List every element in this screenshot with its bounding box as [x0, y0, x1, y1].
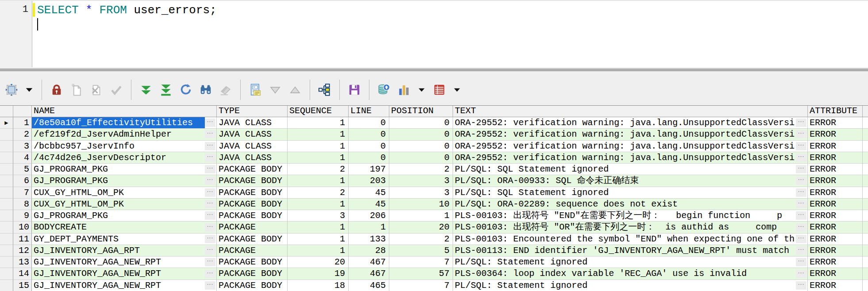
cell-text[interactable]: PL/SQL: Statement ignored··· — [453, 257, 808, 268]
row-number[interactable]: 9 — [13, 210, 32, 222]
table-row[interactable]: 12GJ_INVENTORY_AGA_RPT···PACKAGE1285PLS-… — [0, 245, 868, 257]
cell-type[interactable]: PACKAGE BODY — [217, 199, 288, 210]
cell-sequence[interactable]: 2 — [288, 187, 349, 199]
cell-text-value[interactable]: ORA-29552: verification warning: java.la… — [453, 141, 796, 152]
row-number[interactable]: 5 — [13, 164, 32, 175]
ellipsis-button[interactable]: ··· — [205, 153, 215, 162]
cell-line[interactable]: 206 — [349, 210, 389, 222]
cell-name[interactable]: GJ_PROGRAM_PKG··· — [32, 175, 217, 187]
table-row[interactable]: 6GJ_PROGRAM_PKG···PACKAGE BODY12033PL/SQ… — [0, 175, 868, 187]
chart-icon[interactable] — [397, 83, 411, 97]
ellipsis-button[interactable]: ··· — [796, 176, 807, 185]
cell-text[interactable]: ORA-29552: verification warning: java.la… — [453, 152, 808, 164]
row-number[interactable]: 14 — [13, 268, 32, 280]
cell-name[interactable]: GJ_INVENTORY_AGA_NEW_RPT··· — [32, 280, 217, 291]
cell-sequence[interactable]: 1 — [288, 141, 349, 152]
table-row[interactable]: 15GJ_INVENTORY_AGA_NEW_RPT···PACKAGE BOD… — [0, 280, 868, 291]
cell-type[interactable]: JAVA CLASS — [217, 152, 288, 164]
cell-position[interactable]: 0 — [389, 129, 453, 140]
column-header-name[interactable]: NAME — [32, 106, 217, 117]
cell-name[interactable]: /8e50a10f_EffectivityUtilities··· — [32, 117, 217, 129]
cell-name[interactable]: GY_DEPT_PAYMENTS··· — [32, 234, 217, 245]
ellipsis-button[interactable]: ··· — [205, 223, 215, 232]
cell-line[interactable]: 133 — [349, 234, 389, 245]
cell-type[interactable]: PACKAGE — [217, 222, 288, 233]
cell-sequence[interactable]: 1 — [288, 117, 349, 129]
cell-attribute[interactable]: ERROR — [808, 234, 863, 245]
cell-name-value[interactable]: CUX_GY_HTML_OM_PK — [32, 187, 205, 198]
cell-attribute[interactable]: ERROR — [808, 164, 863, 175]
cell-line[interactable]: 197 — [349, 164, 389, 175]
cell-sequence[interactable]: 18 — [288, 280, 349, 291]
cell-name-value[interactable]: GJ_INVENTORY_AGA_NEW_RPT — [32, 280, 205, 291]
ellipsis-button[interactable]: ··· — [205, 246, 215, 255]
cell-type[interactable]: PACKAGE BODY — [217, 210, 288, 222]
table-row[interactable]: 5GJ_PROGRAM_PKG···PACKAGE BODY21972PL/SQ… — [0, 164, 868, 175]
row-number[interactable]: 6 — [13, 175, 32, 187]
cell-name-value[interactable]: GJ_PROGRAM_PKG — [32, 210, 205, 221]
ellipsis-button[interactable]: ··· — [796, 223, 807, 232]
cell-line[interactable]: 28 — [349, 245, 389, 257]
cell-type[interactable]: PACKAGE BODY — [217, 268, 288, 280]
cell-line[interactable]: 0 — [349, 117, 389, 129]
column-header-sequence[interactable]: SEQUENCE — [288, 106, 349, 117]
ellipsis-button[interactable]: ··· — [796, 270, 807, 278]
fetch-next-page-icon[interactable] — [139, 83, 153, 97]
cell-attribute[interactable]: ERROR — [808, 222, 863, 233]
cell-text-value[interactable]: ORA-29552: verification warning: java.la… — [453, 129, 796, 140]
cell-sequence[interactable]: 1 — [288, 129, 349, 140]
cell-type[interactable]: PACKAGE BODY — [217, 280, 288, 291]
cell-name[interactable]: /bcbbc957_JservInfo··· — [32, 141, 217, 152]
cell-name-value[interactable]: CUX_GY_HTML_OM_PK — [32, 199, 205, 210]
cell-position[interactable]: 0 — [389, 141, 453, 152]
ellipsis-button[interactable]: ··· — [796, 165, 807, 173]
ellipsis-button[interactable]: ··· — [205, 235, 215, 243]
cell-type[interactable]: PACKAGE — [217, 245, 288, 257]
cell-sequence[interactable]: 2 — [288, 164, 349, 175]
table-row[interactable]: 8CUX_GY_HTML_OM_PK···PACKAGE BODY14510PL… — [0, 199, 868, 210]
cell-text-value[interactable]: PLS-00113: END identifier 'GJ_INVENTORY_… — [453, 245, 796, 256]
row-number[interactable]: 11 — [13, 234, 32, 245]
table-row[interactable]: 2/ef219f2d_JservAdminHelper···JAVA CLASS… — [0, 129, 868, 140]
cell-position[interactable]: 7 — [389, 280, 453, 291]
report-dropdown-caret[interactable] — [452, 83, 462, 97]
cell-type[interactable]: PACKAGE BODY — [217, 187, 288, 199]
cell-sequence[interactable]: 1 — [288, 152, 349, 164]
cell-name-value[interactable]: /ef219f2d_JservAdminHelper — [32, 129, 205, 140]
ellipsis-button[interactable]: ··· — [205, 119, 215, 127]
cell-type[interactable]: PACKAGE BODY — [217, 257, 288, 268]
row-number[interactable]: 4 — [13, 152, 32, 164]
cell-position[interactable]: 0 — [389, 152, 453, 164]
ellipsis-button[interactable]: ··· — [205, 130, 215, 138]
save-grid-icon[interactable] — [347, 83, 361, 97]
ellipsis-button[interactable]: ··· — [796, 153, 807, 162]
cell-position[interactable]: 0 — [389, 117, 453, 129]
cell-name[interactable]: GJ_PROGRAM_PKG··· — [32, 164, 217, 175]
cell-attribute[interactable]: ERROR — [808, 187, 863, 199]
ellipsis-button[interactable]: ··· — [796, 235, 807, 243]
column-header-position[interactable]: POSITION — [389, 106, 453, 117]
cell-text-value[interactable]: PL/SQL: SQL Statement ignored — [453, 164, 796, 175]
cell-text[interactable]: PLS-00103: Encountered the symbol "END" … — [453, 234, 808, 245]
table-row[interactable]: 7CUX_GY_HTML_OM_PK···PACKAGE BODY2453PL/… — [0, 187, 868, 199]
cell-sequence[interactable]: 3 — [288, 210, 349, 222]
table-row[interactable]: 11GY_DEPT_PAYMENTS···PACKAGE BODY11332PL… — [0, 234, 868, 245]
cell-position[interactable]: 3 — [389, 175, 453, 187]
ellipsis-button[interactable]: ··· — [205, 188, 215, 197]
cell-text-value[interactable]: PL/SQL: ORA-02289: sequence does not exi… — [453, 199, 796, 210]
cell-text[interactable]: ORA-29552: verification warning: java.la… — [453, 141, 808, 152]
cell-position[interactable]: 2 — [389, 164, 453, 175]
ellipsis-button[interactable]: ··· — [796, 258, 807, 266]
master-detail-icon[interactable] — [318, 83, 332, 97]
cell-text[interactable]: PL/SQL: ORA-00933: SQL 命令未正确结束··· — [453, 175, 808, 187]
lock-icon[interactable] — [50, 83, 64, 97]
sql-editor[interactable]: 1 SELECT * FROM user_errors; — [0, 0, 868, 68]
cell-text[interactable]: ORA-29552: verification warning: java.la… — [453, 117, 808, 129]
ellipsis-button[interactable]: ··· — [796, 281, 807, 290]
cell-line[interactable]: 465 — [349, 280, 389, 291]
cell-attribute[interactable]: ERROR — [808, 175, 863, 187]
cell-position[interactable]: 7 — [389, 257, 453, 268]
cell-name[interactable]: CUX_GY_HTML_OM_PK··· — [32, 199, 217, 210]
ellipsis-button[interactable]: ··· — [796, 211, 807, 220]
cell-type[interactable]: PACKAGE BODY — [217, 175, 288, 187]
